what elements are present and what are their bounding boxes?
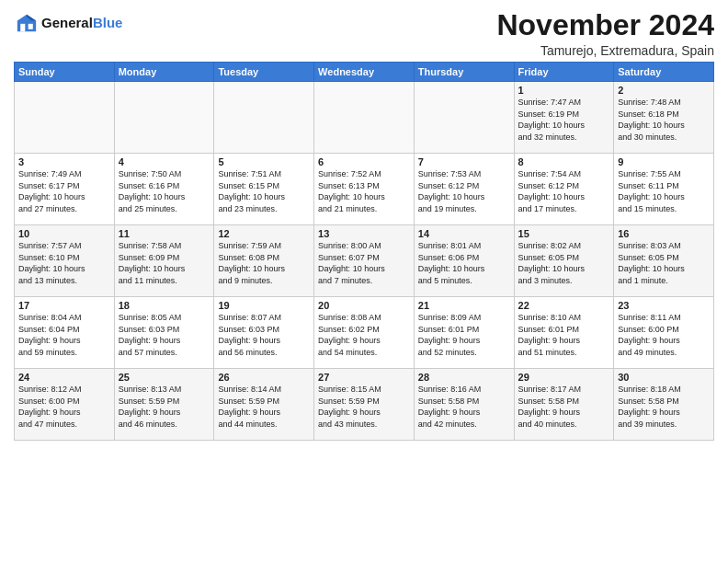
calendar-cell: 27Sunrise: 8:15 AM Sunset: 5:59 PM Dayli… xyxy=(314,369,415,441)
logo-text: GeneralBlue xyxy=(41,15,122,30)
page-container: GeneralBlue November 2024 Tamurejo, Extr… xyxy=(0,0,728,445)
day-info: Sunrise: 8:18 AM Sunset: 5:58 PM Dayligh… xyxy=(618,384,710,430)
calendar-cell: 16Sunrise: 8:03 AM Sunset: 6:05 PM Dayli… xyxy=(614,225,714,297)
day-number: 22 xyxy=(518,300,610,311)
day-number: 27 xyxy=(318,372,410,383)
day-info: Sunrise: 7:54 AM Sunset: 6:12 PM Dayligh… xyxy=(518,168,610,214)
day-info: Sunrise: 8:00 AM Sunset: 6:07 PM Dayligh… xyxy=(318,240,410,286)
day-number: 26 xyxy=(218,372,310,383)
calendar-cell: 21Sunrise: 8:09 AM Sunset: 6:01 PM Dayli… xyxy=(414,297,514,369)
calendar-row-4: 24Sunrise: 8:12 AM Sunset: 6:00 PM Dayli… xyxy=(15,369,714,441)
calendar-cell: 6Sunrise: 7:52 AM Sunset: 6:13 PM Daylig… xyxy=(314,154,415,225)
calendar-cell: 25Sunrise: 8:13 AM Sunset: 5:59 PM Dayli… xyxy=(114,369,214,441)
day-info: Sunrise: 8:15 AM Sunset: 5:59 PM Dayligh… xyxy=(318,384,410,430)
calendar-body: 1Sunrise: 7:47 AM Sunset: 6:19 PM Daylig… xyxy=(15,82,714,441)
day-info: Sunrise: 7:58 AM Sunset: 6:09 PM Dayligh… xyxy=(119,240,210,286)
calendar-row-1: 3Sunrise: 7:49 AM Sunset: 6:17 PM Daylig… xyxy=(15,154,714,225)
day-number: 15 xyxy=(518,228,610,239)
logo-line1: General xyxy=(41,15,93,30)
day-info: Sunrise: 7:53 AM Sunset: 6:12 PM Dayligh… xyxy=(418,168,510,214)
svg-rect-3 xyxy=(28,24,33,29)
calendar-cell: 9Sunrise: 7:55 AM Sunset: 6:11 PM Daylig… xyxy=(614,154,714,225)
day-number: 6 xyxy=(318,156,410,167)
day-number: 30 xyxy=(618,372,710,383)
day-info: Sunrise: 8:14 AM Sunset: 5:59 PM Dayligh… xyxy=(218,384,310,430)
day-info: Sunrise: 8:02 AM Sunset: 6:05 PM Dayligh… xyxy=(518,240,610,286)
day-info: Sunrise: 8:11 AM Sunset: 6:00 PM Dayligh… xyxy=(618,312,710,358)
day-number: 11 xyxy=(119,228,210,239)
calendar-cell xyxy=(414,82,514,154)
day-info: Sunrise: 8:17 AM Sunset: 5:58 PM Dayligh… xyxy=(518,384,610,430)
day-info: Sunrise: 7:59 AM Sunset: 6:08 PM Dayligh… xyxy=(218,240,310,286)
logo-icon xyxy=(14,13,40,33)
calendar-header-friday: Friday xyxy=(514,63,614,82)
calendar-header: SundayMondayTuesdayWednesdayThursdayFrid… xyxy=(15,63,714,82)
calendar-cell: 30Sunrise: 8:18 AM Sunset: 5:58 PM Dayli… xyxy=(614,369,714,441)
day-info: Sunrise: 8:12 AM Sunset: 6:00 PM Dayligh… xyxy=(18,384,110,430)
logo: GeneralBlue xyxy=(14,13,122,33)
day-info: Sunrise: 7:51 AM Sunset: 6:15 PM Dayligh… xyxy=(218,168,310,214)
day-number: 10 xyxy=(18,228,110,239)
calendar-cell xyxy=(15,82,115,154)
calendar-cell xyxy=(114,82,214,154)
calendar-cell xyxy=(314,82,415,154)
calendar-row-3: 17Sunrise: 8:04 AM Sunset: 6:04 PM Dayli… xyxy=(15,297,714,369)
day-info: Sunrise: 8:09 AM Sunset: 6:01 PM Dayligh… xyxy=(418,312,510,358)
header: GeneralBlue November 2024 Tamurejo, Extr… xyxy=(14,9,714,58)
day-info: Sunrise: 8:04 AM Sunset: 6:04 PM Dayligh… xyxy=(18,312,110,358)
calendar-cell: 22Sunrise: 8:10 AM Sunset: 6:01 PM Dayli… xyxy=(514,297,614,369)
calendar-header-tuesday: Tuesday xyxy=(214,63,314,82)
day-info: Sunrise: 7:48 AM Sunset: 6:18 PM Dayligh… xyxy=(618,97,710,143)
calendar-cell xyxy=(214,82,314,154)
day-info: Sunrise: 7:57 AM Sunset: 6:10 PM Dayligh… xyxy=(18,240,110,286)
day-info: Sunrise: 8:08 AM Sunset: 6:02 PM Dayligh… xyxy=(318,312,410,358)
calendar-cell: 14Sunrise: 8:01 AM Sunset: 6:06 PM Dayli… xyxy=(414,225,514,297)
day-number: 1 xyxy=(518,85,610,96)
location-subtitle: Tamurejo, Extremadura, Spain xyxy=(496,43,714,58)
svg-marker-0 xyxy=(17,15,36,32)
day-number: 16 xyxy=(618,228,710,239)
day-number: 3 xyxy=(18,156,110,167)
calendar-header-saturday: Saturday xyxy=(614,63,714,82)
calendar-header-thursday: Thursday xyxy=(414,63,514,82)
calendar-table: SundayMondayTuesdayWednesdayThursdayFrid… xyxy=(14,62,714,441)
day-info: Sunrise: 7:49 AM Sunset: 6:17 PM Dayligh… xyxy=(18,168,110,214)
day-number: 20 xyxy=(318,300,410,311)
day-number: 21 xyxy=(418,300,510,311)
calendar-row-0: 1Sunrise: 7:47 AM Sunset: 6:19 PM Daylig… xyxy=(15,82,714,154)
calendar-cell: 5Sunrise: 7:51 AM Sunset: 6:15 PM Daylig… xyxy=(214,154,314,225)
day-number: 8 xyxy=(518,156,610,167)
day-number: 4 xyxy=(119,156,210,167)
calendar-row-2: 10Sunrise: 7:57 AM Sunset: 6:10 PM Dayli… xyxy=(15,225,714,297)
day-info: Sunrise: 8:03 AM Sunset: 6:05 PM Dayligh… xyxy=(618,240,710,286)
day-info: Sunrise: 8:01 AM Sunset: 6:06 PM Dayligh… xyxy=(418,240,510,286)
day-number: 29 xyxy=(518,372,610,383)
day-number: 24 xyxy=(18,372,110,383)
calendar-cell: 10Sunrise: 7:57 AM Sunset: 6:10 PM Dayli… xyxy=(15,225,115,297)
day-number: 5 xyxy=(218,156,310,167)
day-info: Sunrise: 8:16 AM Sunset: 5:58 PM Dayligh… xyxy=(418,384,510,430)
day-number: 2 xyxy=(618,85,710,96)
day-info: Sunrise: 7:50 AM Sunset: 6:16 PM Dayligh… xyxy=(119,168,210,214)
day-number: 18 xyxy=(119,300,210,311)
calendar-header-monday: Monday xyxy=(114,63,214,82)
day-info: Sunrise: 8:07 AM Sunset: 6:03 PM Dayligh… xyxy=(218,312,310,358)
calendar-cell: 1Sunrise: 7:47 AM Sunset: 6:19 PM Daylig… xyxy=(514,82,614,154)
calendar-cell: 23Sunrise: 8:11 AM Sunset: 6:00 PM Dayli… xyxy=(614,297,714,369)
month-title: November 2024 xyxy=(496,9,714,41)
calendar-cell: 29Sunrise: 8:17 AM Sunset: 5:58 PM Dayli… xyxy=(514,369,614,441)
calendar-cell: 3Sunrise: 7:49 AM Sunset: 6:17 PM Daylig… xyxy=(15,154,115,225)
calendar-cell: 26Sunrise: 8:14 AM Sunset: 5:59 PM Dayli… xyxy=(214,369,314,441)
calendar-cell: 8Sunrise: 7:54 AM Sunset: 6:12 PM Daylig… xyxy=(514,154,614,225)
day-info: Sunrise: 8:13 AM Sunset: 5:59 PM Dayligh… xyxy=(119,384,210,430)
calendar-header-wednesday: Wednesday xyxy=(314,63,415,82)
day-number: 14 xyxy=(418,228,510,239)
calendar-cell: 19Sunrise: 8:07 AM Sunset: 6:03 PM Dayli… xyxy=(214,297,314,369)
logo-line2: Blue xyxy=(93,15,123,30)
calendar-cell: 7Sunrise: 7:53 AM Sunset: 6:12 PM Daylig… xyxy=(414,154,514,225)
calendar-cell: 11Sunrise: 7:58 AM Sunset: 6:09 PM Dayli… xyxy=(114,225,214,297)
calendar-cell: 18Sunrise: 8:05 AM Sunset: 6:03 PM Dayli… xyxy=(114,297,214,369)
day-info: Sunrise: 7:47 AM Sunset: 6:19 PM Dayligh… xyxy=(518,97,610,143)
calendar-header-sunday: Sunday xyxy=(15,63,115,82)
day-number: 23 xyxy=(618,300,710,311)
